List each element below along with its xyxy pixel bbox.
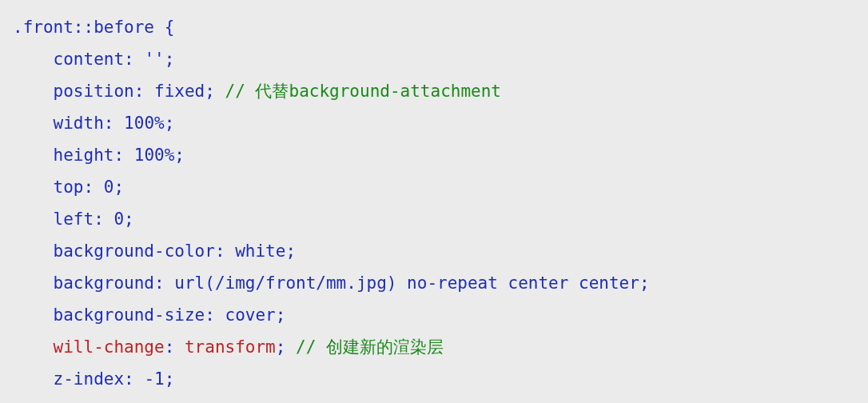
value: ''	[144, 50, 164, 69]
prop: z-index	[54, 369, 125, 389]
prop: height	[54, 146, 114, 165]
value: 0	[104, 178, 114, 197]
value: cover	[225, 305, 276, 325]
value: fixed	[154, 82, 205, 101]
selector: .front::before	[13, 18, 154, 37]
open-brace: {	[165, 18, 175, 37]
comment: // 代替background-attachment	[225, 82, 501, 101]
value: 100%	[124, 114, 165, 133]
code-block: .front::before { content: ''; position: …	[0, 0, 868, 403]
value: transform	[185, 337, 276, 357]
prop: background-size	[54, 305, 205, 325]
prop: background-color	[54, 241, 215, 261]
value: 100%	[134, 146, 175, 165]
value: 0	[113, 209, 124, 229]
comment: // 创建新的渲染层	[296, 337, 444, 357]
value: url(/img/front/mm.jpg) no-repeat center …	[174, 273, 639, 293]
value: white	[235, 241, 285, 261]
prop: top	[54, 178, 84, 197]
prop: will-change	[54, 337, 165, 357]
value: -1	[144, 369, 164, 389]
prop: left	[54, 209, 94, 229]
prop: position	[54, 82, 134, 101]
prop: width	[54, 114, 104, 133]
prop: content	[54, 50, 125, 69]
prop: background	[54, 273, 154, 293]
